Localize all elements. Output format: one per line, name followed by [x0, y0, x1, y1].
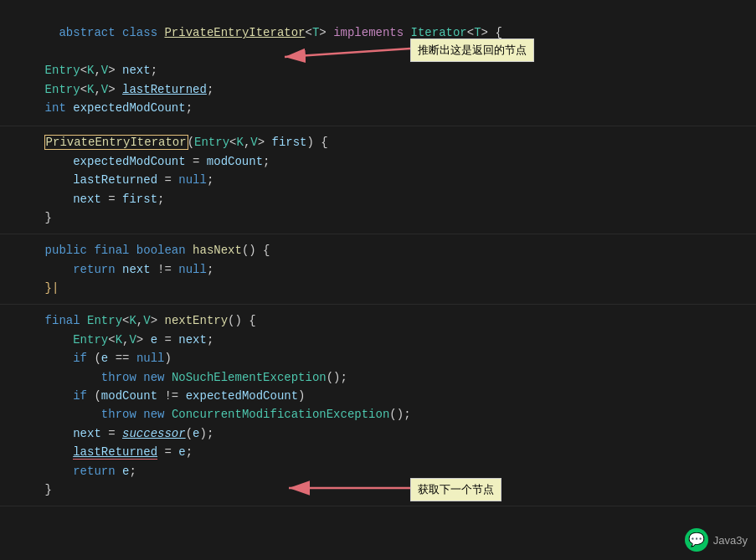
watermark: 💬 Java3y: [685, 528, 748, 552]
code-block-4: final Entry<K,V> nextEntry() { Entry<K,V…: [0, 305, 756, 506]
code-block-3: public final boolean hasNext() { return …: [0, 234, 756, 305]
watermark-text: Java3y: [713, 534, 748, 547]
code-block-1: abstract class PrivateEntryIterator<T> i…: [0, 0, 756, 126]
wechat-icon: 💬: [685, 528, 708, 552]
code-container: abstract class PrivateEntryIterator<T> i…: [0, 0, 756, 560]
code-block-2: PrivateEntryIterator(Entry<K,V> first) {…: [0, 126, 756, 234]
annotation-1: 推断出这是返回的节点: [410, 39, 534, 62]
annotation-2: 获取下一个节点: [410, 478, 501, 501]
